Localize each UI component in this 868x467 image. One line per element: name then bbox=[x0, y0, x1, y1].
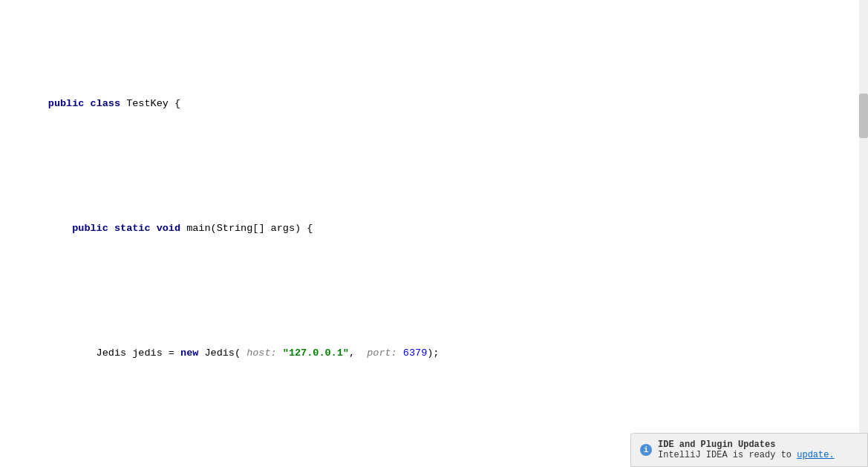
notification-message: IntelliJ IDEA is ready to update. bbox=[658, 450, 835, 460]
scrollbar-thumb[interactable] bbox=[859, 94, 868, 138]
code-content: public class TestKey { public static voi… bbox=[0, 0, 868, 467]
notification-title: IDE and Plugin Updates bbox=[658, 440, 775, 450]
info-icon: i bbox=[640, 444, 652, 456]
code-line-2: public static void main(String[] args) { bbox=[0, 202, 868, 255]
vertical-scrollbar[interactable] bbox=[859, 0, 868, 467]
code-line-3: Jedis jedis = new Jedis( host: "127.0.0.… bbox=[0, 327, 868, 380]
code-line-1: public class TestKey { bbox=[0, 77, 868, 131]
code-editor: public class TestKey { public static voi… bbox=[0, 0, 868, 467]
notification-update-link[interactable]: update. bbox=[797, 450, 834, 460]
notification-popup: i IDE and Plugin Updates IntelliJ IDEA i… bbox=[630, 433, 868, 467]
notification-content: IDE and Plugin Updates IntelliJ IDEA is … bbox=[658, 440, 835, 460]
